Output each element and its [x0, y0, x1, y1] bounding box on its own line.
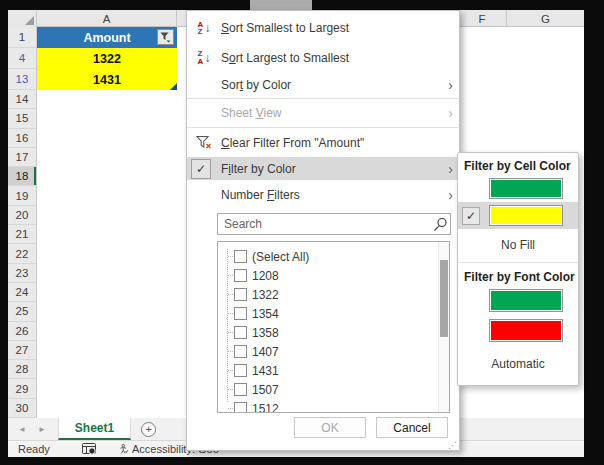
row-header-active[interactable]: 18 [8, 167, 36, 186]
column-a-cells: Amount 1322 1431 [37, 27, 177, 90]
amount-header-label: Amount [83, 31, 130, 45]
cell-color-green-option[interactable] [458, 175, 578, 202]
font-color-section-header: Filter by Font Color [458, 266, 578, 286]
menu-item-sheet-view[interactable]: Sheet View › [187, 100, 459, 126]
checkbox[interactable] [234, 345, 247, 358]
column-header-g[interactable]: G [507, 10, 584, 27]
yellow-swatch[interactable] [489, 205, 563, 226]
font-color-green-option[interactable] [458, 286, 578, 315]
list-item-label: (Select All) [252, 250, 309, 264]
cell-a13[interactable]: 1431 [37, 69, 177, 90]
row-header[interactable]: 21 [8, 225, 36, 244]
menu-item-label: Sort Smallest to Largest [221, 21, 349, 35]
row-header[interactable]: 28 [8, 360, 36, 379]
font-color-red-option[interactable] [458, 315, 578, 345]
clear-filter-icon [187, 135, 221, 150]
row-header[interactable]: 20 [8, 206, 36, 225]
menu-item-sort-smallest-to-largest[interactable]: AZ↓ Sort Smallest to Largest [187, 13, 459, 43]
row-header-13[interactable]: 13 [8, 69, 36, 90]
checked-indicator-icon: ✓ [462, 207, 480, 225]
list-item-label: 1208 [252, 269, 279, 283]
list-item[interactable]: 1507 [223, 380, 449, 399]
row-header[interactable]: 16 [8, 129, 36, 148]
checkbox[interactable] [234, 383, 247, 396]
cell-color-yellow-option-selected[interactable]: ✓ [458, 202, 578, 229]
cell-a4[interactable]: 1322 [37, 48, 177, 69]
menu-item-clear-filter[interactable]: Clear Filter From "Amount" [187, 129, 459, 156]
checked-indicator-icon: ✓ [191, 159, 211, 179]
menu-item-label: Clear Filter From "Amount" [221, 136, 364, 150]
scrollbar-thumb[interactable] [440, 260, 448, 337]
list-item[interactable]: 1512 [223, 399, 449, 413]
checkbox[interactable] [234, 288, 247, 301]
cell-color-section-header: Filter by Cell Color [458, 155, 578, 175]
cell-a4-value: 1322 [93, 52, 121, 66]
row-header[interactable]: 24 [8, 283, 36, 302]
checkbox[interactable] [234, 364, 247, 377]
menu-separator [187, 98, 459, 99]
row-header[interactable]: 22 [8, 244, 36, 263]
sheet-nav-arrows: ◄ ► [8, 418, 58, 440]
list-item[interactable]: 1358 [223, 323, 449, 342]
column-header-f[interactable]: F [458, 10, 507, 27]
row-header-1[interactable]: 1 [8, 27, 36, 48]
list-item[interactable]: 1208 [223, 266, 449, 285]
list-item-label: 1354 [252, 307, 279, 321]
row-header-4[interactable]: 4 [8, 48, 36, 69]
new-sheet-button[interactable]: + [141, 422, 156, 437]
row-header[interactable]: 17 [8, 148, 36, 167]
ok-button[interactable]: OK [294, 417, 366, 438]
cell-a1-amount-header[interactable]: Amount [37, 27, 177, 48]
select-all-corner[interactable] [8, 10, 37, 27]
no-fill-option[interactable]: No Fill [458, 229, 578, 259]
row-header[interactable]: 19 [8, 186, 36, 205]
filter-by-color-submenu: Filter by Cell Color ✓ No Fill Filter by… [457, 152, 579, 386]
row-header[interactable]: 15 [8, 109, 36, 128]
green-swatch[interactable] [489, 289, 563, 312]
submenu-separator [458, 262, 578, 263]
row-header[interactable]: 23 [8, 264, 36, 283]
dialog-buttons: OK Cancel [294, 417, 448, 438]
checkbox[interactable] [234, 250, 247, 263]
list-item[interactable]: 1431 [223, 361, 449, 380]
checkbox[interactable] [234, 269, 247, 282]
filter-search-box [217, 213, 451, 235]
automatic-option[interactable]: Automatic [458, 345, 578, 378]
filter-dropdown-button[interactable] [157, 29, 174, 45]
row-header[interactable]: 27 [8, 341, 36, 360]
list-item[interactable]: 1407 [223, 342, 449, 361]
menu-item-number-filters[interactable]: Number Filters › [187, 181, 459, 209]
funnel-icon [160, 32, 171, 43]
list-scrollbar[interactable] [438, 242, 449, 412]
resize-grip[interactable]: ⋰ [448, 440, 457, 450]
row-header[interactable]: 25 [8, 302, 36, 321]
search-input[interactable] [218, 217, 430, 231]
red-swatch[interactable] [489, 319, 563, 342]
list-item[interactable]: 1354 [223, 304, 449, 323]
menu-item-filter-by-color[interactable]: ✓ Filter by Color › [187, 157, 459, 180]
row-header[interactable]: 14 [8, 90, 36, 109]
list-item-label: 1322 [252, 288, 279, 302]
prev-sheet-arrow-icon[interactable]: ◄ [18, 425, 26, 434]
checkbox[interactable] [234, 326, 247, 339]
search-icon[interactable] [430, 217, 450, 232]
menu-item-sort-largest-to-smallest[interactable]: ZA↓ Sort Largest to Smallest [187, 43, 459, 72]
macro-record-icon[interactable] [82, 443, 97, 455]
checkbox[interactable] [234, 402, 247, 413]
row-header[interactable]: 26 [8, 322, 36, 341]
menu-separator [187, 127, 459, 128]
tab-sheet1[interactable]: Sheet1 [58, 418, 131, 440]
menu-item-label: Sort Largest to Smallest [221, 51, 349, 65]
row-header[interactable]: 29 [8, 379, 36, 398]
submenu-arrow-icon: › [442, 188, 453, 202]
list-item[interactable]: 1322 [223, 285, 449, 304]
list-item-select-all[interactable]: (Select All) [223, 247, 449, 266]
green-swatch[interactable] [489, 178, 563, 199]
next-sheet-arrow-icon[interactable]: ► [38, 425, 46, 434]
checkbox[interactable] [234, 307, 247, 320]
cancel-button[interactable]: Cancel [376, 417, 448, 438]
list-item-label: 1358 [252, 326, 279, 340]
menu-item-sort-by-color[interactable]: Sort by Color › [187, 72, 459, 97]
column-header-a[interactable]: A [37, 10, 177, 27]
row-header[interactable]: 30 [8, 399, 36, 418]
